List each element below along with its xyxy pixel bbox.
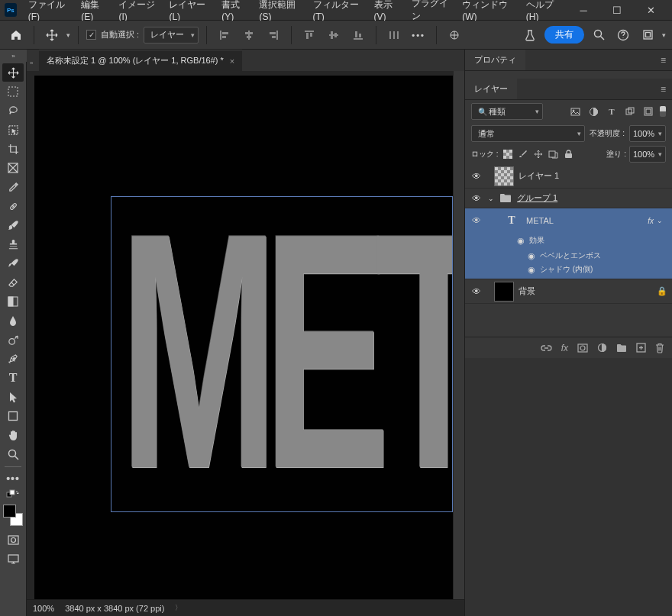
frame-tool[interactable]: [2, 159, 24, 177]
filter-toggle[interactable]: [660, 106, 666, 117]
history-brush-tool[interactable]: [2, 254, 24, 273]
group-button[interactable]: [616, 343, 627, 353]
align-top-icon[interactable]: [299, 25, 319, 45]
filter-smart-icon[interactable]: [641, 105, 655, 118]
filter-type-icon[interactable]: T: [605, 105, 619, 118]
move-tool-icon[interactable]: [42, 25, 62, 45]
fx-badge[interactable]: fx: [648, 217, 654, 225]
visibility-icon[interactable]: ◉: [517, 236, 525, 246]
foreground-color[interactable]: [3, 505, 16, 518]
visibility-icon[interactable]: 👁: [465, 286, 488, 297]
properties-tab[interactable]: プロパティ: [465, 50, 525, 70]
color-swatches[interactable]: [3, 505, 23, 526]
delete-button[interactable]: [655, 343, 664, 353]
eyedropper-tool[interactable]: [2, 178, 24, 196]
zoom-level[interactable]: 100%: [33, 604, 54, 613]
pen-tool[interactable]: [2, 350, 24, 368]
visibility-icon[interactable]: ◉: [528, 265, 535, 275]
opacity-input[interactable]: 100%: [629, 125, 666, 142]
filter-type-dropdown[interactable]: 🔍種類: [471, 103, 543, 120]
marquee-tool[interactable]: [2, 82, 24, 101]
lock-artboard-icon[interactable]: [548, 148, 560, 160]
close-tab-icon[interactable]: ×: [230, 56, 234, 66]
blend-mode-dropdown[interactable]: 通常: [471, 125, 585, 142]
expand-icon[interactable]: ⌄: [488, 195, 499, 202]
visibility-icon[interactable]: ◉: [528, 251, 535, 261]
edit-toolbar[interactable]: •••: [2, 469, 24, 488]
auto-select-checkbox[interactable]: 自動選択 :: [86, 29, 139, 40]
new-layer-button[interactable]: [636, 343, 646, 353]
visibility-icon[interactable]: 👁: [465, 193, 488, 204]
move-tool[interactable]: [2, 63, 24, 82]
align-bottom-icon[interactable]: [348, 25, 368, 45]
document-tab[interactable]: 名称未設定 1 @ 100% (レイヤー 1, RGB/16#) * ×: [39, 50, 242, 71]
gradient-tool[interactable]: [2, 292, 24, 311]
mask-button[interactable]: [577, 343, 588, 353]
distribute-icon[interactable]: [384, 25, 404, 45]
adjustment-button[interactable]: [597, 343, 607, 353]
fx-button[interactable]: fx: [561, 343, 568, 353]
dodge-tool[interactable]: [2, 331, 24, 349]
fx-expand-icon[interactable]: ⌄: [657, 217, 667, 224]
close-button[interactable]: ✕: [634, 0, 667, 21]
layers-tab[interactable]: レイヤー: [465, 79, 517, 99]
svg-rect-47: [646, 109, 651, 114]
zoom-tool[interactable]: [2, 445, 24, 463]
color-swap-icon[interactable]: [2, 489, 24, 499]
align-right-icon[interactable]: [263, 25, 283, 45]
lock-trans-icon[interactable]: [502, 148, 514, 160]
blur-tool[interactable]: [2, 311, 24, 330]
healing-tool[interactable]: [2, 197, 24, 215]
align-left-icon[interactable]: [215, 25, 234, 45]
quickmask-tool[interactable]: [2, 531, 24, 549]
layer-row-group1[interactable]: 👁 ⌄ グループ 1: [465, 189, 672, 208]
lock-paint-icon[interactable]: [517, 148, 529, 160]
vertical-scrollbar[interactable]: [454, 71, 464, 599]
layer-row-background[interactable]: 👁 背景 🔒: [465, 279, 672, 304]
hand-tool[interactable]: [2, 426, 24, 444]
window-controls: ─ ☐ ✕: [567, 0, 667, 21]
align-center-h-icon[interactable]: [239, 25, 259, 45]
filter-shape-icon[interactable]: [623, 105, 637, 118]
panel-menu-icon[interactable]: ≡: [654, 55, 672, 66]
minimize-button[interactable]: ─: [567, 0, 600, 21]
toolbar-collapse[interactable]: »: [0, 50, 27, 62]
lock-pos-icon[interactable]: [532, 148, 544, 160]
canvas[interactable]: META: [27, 71, 464, 599]
lasso-tool[interactable]: [2, 102, 24, 120]
effect-inner-shadow[interactable]: ◉ シャドウ (内側): [465, 263, 672, 279]
share-button[interactable]: 共有: [544, 26, 584, 44]
brush-tool[interactable]: [2, 216, 24, 234]
help-icon[interactable]: [613, 25, 633, 45]
align-center-v-icon[interactable]: [324, 25, 344, 45]
eraser-tool[interactable]: [2, 273, 24, 292]
screenmode-tool[interactable]: [2, 550, 24, 568]
link-layers-icon[interactable]: [541, 344, 552, 352]
lock-icon[interactable]: 🔒: [657, 286, 667, 296]
lock-all-icon[interactable]: [563, 148, 575, 160]
filter-pixel-icon[interactable]: [568, 105, 582, 118]
search-icon[interactable]: [589, 25, 609, 45]
visibility-icon[interactable]: 👁: [465, 215, 488, 226]
stamp-tool[interactable]: [2, 235, 24, 253]
layer-row-layer1[interactable]: 👁 レイヤー 1: [465, 164, 672, 189]
effect-bevel[interactable]: ◉ ベベルとエンボス: [465, 248, 672, 263]
maximize-button[interactable]: ☐: [600, 0, 634, 21]
3d-mode-icon[interactable]: [444, 25, 464, 45]
type-tool[interactable]: T: [2, 369, 24, 387]
path-select-tool[interactable]: [2, 388, 24, 406]
beaker-icon[interactable]: [520, 25, 540, 45]
layer-row-metal[interactable]: 👁 T METAL fx ⌄ ◉ 効果 ◉: [465, 208, 672, 279]
crop-tool[interactable]: [2, 140, 24, 158]
fill-input[interactable]: 100%: [629, 146, 666, 163]
more-options-icon[interactable]: •••: [409, 25, 428, 45]
object-select-tool[interactable]: [2, 121, 24, 139]
frame-icon[interactable]: [638, 25, 657, 45]
shape-tool[interactable]: [2, 407, 24, 425]
visibility-icon[interactable]: 👁: [465, 171, 488, 182]
filter-adjust-icon[interactable]: [586, 105, 600, 118]
svg-rect-49: [503, 150, 506, 153]
target-dropdown[interactable]: レイヤー: [144, 27, 199, 44]
home-button[interactable]: [6, 25, 26, 45]
layers-menu-icon[interactable]: ≡: [654, 84, 672, 95]
